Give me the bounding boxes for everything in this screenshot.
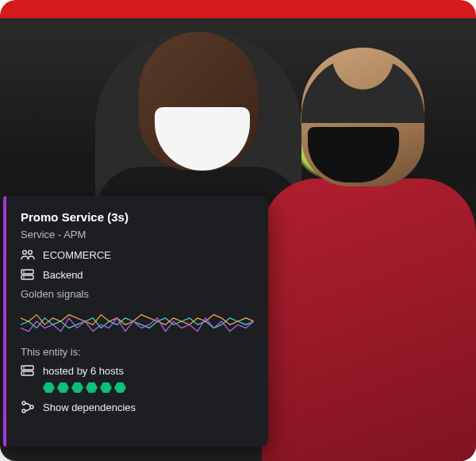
service-subtype: Service - APM	[21, 229, 254, 240]
category-row[interactable]: Backend	[21, 268, 254, 281]
golden-signals-sparkline	[21, 305, 254, 338]
group-label: ECOMMERCE	[43, 249, 111, 261]
svg-point-9	[23, 373, 25, 375]
service-card: Promo Service (3s) Service - APM ECOMMER…	[3, 196, 268, 447]
host-health-hexagons	[43, 382, 254, 393]
svg-point-1	[29, 251, 33, 255]
show-dependencies-label: Show dependencies	[43, 401, 136, 413]
hosted-by-label: hosted by 6 hosts	[43, 365, 124, 377]
host-health-hexagon	[86, 382, 98, 393]
person-right	[270, 48, 468, 452]
svg-point-8	[23, 367, 25, 369]
svg-point-4	[23, 271, 25, 273]
svg-point-5	[23, 277, 25, 279]
golden-signals-label: Golden signals	[21, 288, 254, 300]
svg-point-10	[22, 401, 25, 405]
group-row[interactable]: ECOMMERCE	[21, 248, 254, 261]
host-health-hexagon	[57, 382, 69, 393]
host-health-hexagon	[43, 382, 55, 393]
group-icon	[21, 248, 35, 261]
service-title[interactable]: Promo Service (3s)	[21, 210, 254, 224]
svg-point-11	[22, 409, 25, 413]
host-health-hexagon	[114, 382, 126, 393]
hosted-by-row[interactable]: hosted by 6 hosts	[21, 364, 254, 377]
host-health-hexagon	[71, 382, 83, 393]
category-label: Backend	[43, 269, 83, 281]
svg-point-0	[23, 251, 27, 255]
show-dependencies-row[interactable]: Show dependencies	[21, 401, 254, 413]
entity-label: This entity is:	[21, 346, 254, 358]
host-health-hexagon	[100, 382, 112, 393]
server-icon	[21, 268, 35, 281]
hosts-icon	[21, 364, 35, 377]
dependencies-icon	[21, 401, 35, 413]
